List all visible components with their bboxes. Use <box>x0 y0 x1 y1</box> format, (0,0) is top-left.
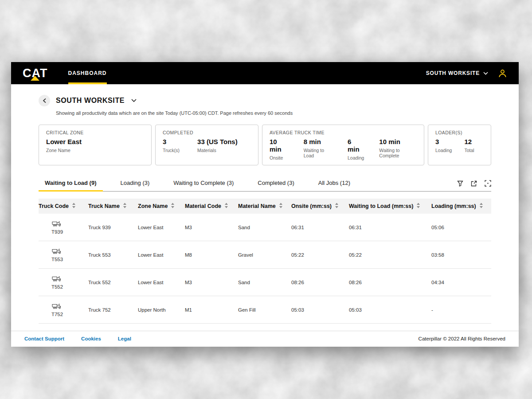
material-name: Sand <box>238 225 291 230</box>
column-header[interactable]: Truck Name <box>88 199 138 213</box>
truck-code: T752 <box>51 312 63 317</box>
cat-logo: CAT <box>23 67 48 79</box>
truck-name: Truck 552 <box>88 280 138 285</box>
expand-icon[interactable] <box>485 180 491 187</box>
table-body: T939 Truck 939 Lower East M3 Sand 06:31 … <box>39 214 491 324</box>
column-header-label: Material Code <box>185 203 221 209</box>
waiting-to-load-time: 05:03 <box>349 307 431 313</box>
truck-name: Truck 553 <box>88 252 138 258</box>
critical-zone-label: CRITICAL ZONE <box>46 130 144 135</box>
loading-time: 04:34 <box>431 280 491 285</box>
back-button[interactable] <box>39 95 50 106</box>
avg-complete-value: 10 min <box>379 138 417 145</box>
column-header[interactable]: Waiting to Load (mm:ss) <box>349 199 431 213</box>
job-status-tabbar: Waiting to Load (9) Loading (3) Waiting … <box>39 175 491 192</box>
critical-zone-value: Lower East <box>46 138 144 145</box>
export-icon[interactable] <box>471 180 477 187</box>
material-code: M8 <box>185 252 238 258</box>
tab-loading[interactable]: Loading (3) <box>114 175 156 191</box>
avg-waiting-value: 8 min <box>304 138 332 145</box>
nav-dashboard[interactable]: DASHBOARD <box>68 62 107 84</box>
critical-zone-card: CRITICAL ZONE Lower East Zone Name <box>39 125 152 165</box>
filter-icon[interactable] <box>457 180 463 187</box>
truck-icon <box>51 220 63 228</box>
column-header[interactable]: Material Code <box>185 199 238 213</box>
table-row[interactable]: T752 Truck 752 Upper North M1 Gen Fill 0… <box>39 296 491 324</box>
avg-waiting-label: Waiting to Load <box>304 148 332 158</box>
completed-card: COMPLETED 3 Truck(s) 33 (US Tons) Materi… <box>155 125 258 165</box>
tab-all-jobs[interactable]: All Jobs (12) <box>312 175 356 191</box>
table-row[interactable]: T939 Truck 939 Lower East M3 Sand 06:31 … <box>39 214 491 241</box>
loading-time: 03:58 <box>431 252 491 258</box>
tab-completed[interactable]: Completed (3) <box>251 175 300 191</box>
completed-materials-label: Materials <box>197 148 238 153</box>
sort-icon[interactable] <box>171 203 175 210</box>
onsite-time: 05:22 <box>291 252 349 258</box>
column-header-label: Onsite (mm:ss) <box>291 203 332 209</box>
truck-code: T552 <box>51 284 63 289</box>
average-truck-time-card: AVERAGE TRUCK TIME 10 min Onsite 8 min W… <box>262 125 424 165</box>
material-code: M3 <box>185 280 238 285</box>
sort-icon[interactable] <box>123 203 127 210</box>
onsite-time: 05:03 <box>291 307 349 313</box>
column-header[interactable]: Loading (mm:ss) <box>431 199 491 213</box>
average-truck-time-label: AVERAGE TRUCK TIME <box>270 130 417 135</box>
truck-name: Truck 752 <box>88 307 138 313</box>
onsite-time: 08:26 <box>291 280 349 285</box>
column-header-label: Material Name <box>238 203 276 209</box>
sort-icon[interactable] <box>335 203 339 210</box>
page-subtitle: Showing all productivity data which are … <box>56 110 491 116</box>
column-header[interactable]: Material Name <box>238 199 291 213</box>
column-header-label: Waiting to Load (mm:ss) <box>349 203 413 209</box>
sort-icon[interactable] <box>479 203 483 210</box>
waiting-to-load-time: 05:22 <box>349 252 431 258</box>
footer-link-contact-support[interactable]: Contact Support <box>24 336 64 341</box>
loading-time: 05:06 <box>431 225 491 230</box>
app-header: CAT DASHBOARD SOUTH WORKSITE <box>11 62 519 84</box>
column-header[interactable]: Zone Name <box>138 199 185 213</box>
tab-waiting-to-complete[interactable]: Waiting to Complete (3) <box>167 175 240 191</box>
table-row[interactable]: T552 Truck 552 Lower East M3 Sand 08:26 … <box>39 269 491 296</box>
user-avatar-icon[interactable] <box>498 69 507 78</box>
title-row: SOUTH WORKSITE <box>39 95 491 106</box>
truck-code: T553 <box>51 257 63 262</box>
truck-icon <box>51 302 63 310</box>
column-header-label: Zone Name <box>138 203 168 209</box>
zone-name: Upper North <box>138 307 185 313</box>
loaders-total-label: Total <box>464 148 474 153</box>
sort-icon[interactable] <box>224 203 228 210</box>
footer-link-cookies[interactable]: Cookies <box>81 336 101 341</box>
truck-name: Truck 939 <box>88 225 138 230</box>
waiting-to-load-time: 06:31 <box>349 225 431 230</box>
completed-trucks-value: 3 <box>163 138 180 145</box>
sort-icon[interactable] <box>416 203 420 210</box>
avg-complete-label: Waiting to Complete <box>379 148 417 158</box>
tab-waiting-to-load[interactable]: Waiting to Load (9) <box>39 175 103 191</box>
material-name: Gen Fill <box>238 307 291 313</box>
table-row[interactable]: T553 Truck 553 Lower East M8 Gravel 05:2… <box>39 241 491 269</box>
desktop-background: CAT DASHBOARD SOUTH WORKSITE <box>0 0 532 399</box>
loaders-card: LOADER(S) 3 Loading 12 Total <box>428 125 491 165</box>
sort-icon[interactable] <box>72 203 76 210</box>
avg-onsite-label: Onsite <box>270 155 289 160</box>
loaders-total-value: 12 <box>464 138 474 145</box>
sort-icon[interactable] <box>279 203 283 210</box>
truck-icon <box>51 247 63 255</box>
site-selector-label: SOUTH WORKSITE <box>426 70 480 76</box>
site-selector-dropdown[interactable]: SOUTH WORKSITE <box>426 70 488 76</box>
column-header-label: Loading (mm:ss) <box>431 203 476 209</box>
truck-code: T939 <box>51 229 63 235</box>
page-title-chevron-icon[interactable] <box>131 99 137 102</box>
column-header[interactable]: Onsite (mm:ss) <box>291 199 349 213</box>
completed-materials-value: 33 (US Tons) <box>197 138 238 145</box>
column-header[interactable]: Truck Code <box>39 199 88 213</box>
material-name: Gravel <box>238 252 291 258</box>
dashboard-window: CAT DASHBOARD SOUTH WORKSITE <box>11 62 519 347</box>
footer-link-legal[interactable]: Legal <box>118 336 131 341</box>
zone-name: Lower East <box>138 225 185 230</box>
avg-loading-value: 6 min <box>348 138 364 153</box>
loaders-loading-value: 3 <box>435 138 452 145</box>
material-code: M3 <box>185 225 238 230</box>
onsite-time: 06:31 <box>291 225 349 230</box>
column-header-label: Truck Name <box>88 203 120 209</box>
